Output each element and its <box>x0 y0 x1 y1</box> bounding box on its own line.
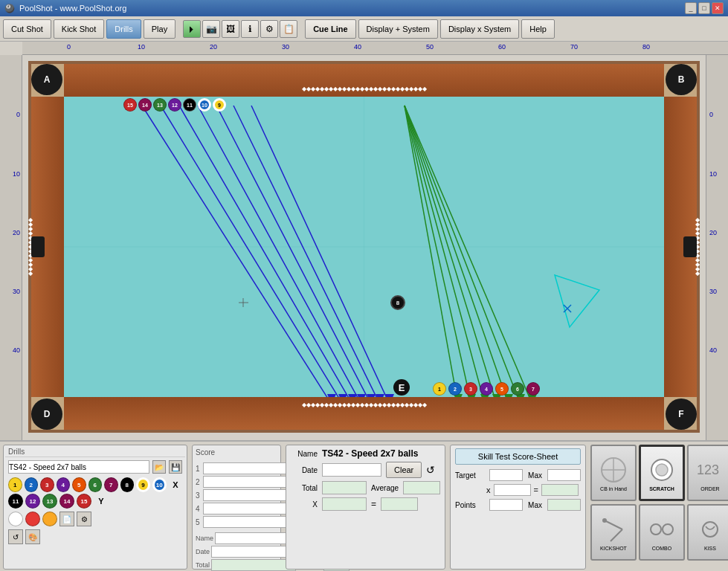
ball-13[interactable]: 13 <box>153 98 167 112</box>
axis-num-40: 40 <box>354 43 361 51</box>
total-input[interactable] <box>322 481 367 494</box>
svg-line-32 <box>564 305 571 312</box>
x-result[interactable] <box>381 497 418 511</box>
kickshot-icon <box>599 514 628 544</box>
ball-btn-12[interactable]: 12 <box>25 494 40 509</box>
score-input-2[interactable] <box>203 476 299 488</box>
refresh-date-icon[interactable]: ↺ <box>426 464 435 476</box>
ball-2[interactable]: 2 <box>448 382 462 396</box>
ball-btn-7[interactable]: 7 <box>104 477 118 492</box>
camera-icon[interactable]: 📷 <box>202 20 220 38</box>
x-mult-input[interactable] <box>494 484 531 496</box>
score-date-input[interactable] <box>211 546 296 558</box>
ball-btn-8[interactable]: 8 <box>120 477 135 492</box>
target-input[interactable] <box>489 469 523 481</box>
power-icon[interactable]: ⏵ <box>183 20 201 38</box>
ball-btn-red[interactable] <box>25 512 40 526</box>
export-icon[interactable]: 📋 <box>280 20 297 38</box>
settings-icon[interactable]: ⚙ <box>260 20 278 38</box>
ball-12[interactable]: 12 <box>168 98 181 112</box>
ball-4[interactable]: 4 <box>480 382 493 396</box>
cue-line-button[interactable]: Cue Line <box>305 19 355 39</box>
balls-icon[interactable]: ⚙ <box>77 512 91 526</box>
kiss-btn[interactable]: KISS <box>687 504 728 561</box>
svg-line-4 <box>161 106 343 397</box>
drills-save-icon[interactable]: 💾 <box>169 460 182 474</box>
points-label: Points <box>455 501 486 509</box>
rotate-icon[interactable]: ↺ <box>8 529 23 544</box>
ball-9[interactable]: 9 <box>213 98 226 112</box>
help-button[interactable]: Help <box>521 19 555 39</box>
maximize-button[interactable]: □ <box>698 2 710 14</box>
avg-display[interactable] <box>403 481 440 494</box>
x-result[interactable] <box>541 484 579 496</box>
close-button[interactable]: ✕ <box>712 2 724 14</box>
ball-8[interactable]: 8 <box>390 295 405 310</box>
drills-button[interactable]: Drills <box>106 19 141 39</box>
skill-test-button[interactable]: Skill Test Score-Sheet <box>455 448 581 465</box>
order-icon: 123 <box>695 455 725 485</box>
ball-btn-1[interactable]: 1 <box>8 477 22 492</box>
ball-btn-yellow[interactable] <box>42 512 57 526</box>
ball-1[interactable]: 1 <box>433 382 446 396</box>
svg-marker-9 <box>357 394 366 397</box>
ball-btn-9[interactable]: 9 <box>136 477 150 492</box>
score-input-1[interactable] <box>203 462 299 474</box>
felt[interactable]: 15 14 13 12 11 10 9 8 <box>64 97 664 397</box>
order-btn[interactable]: 123 ORDER <box>687 445 728 501</box>
ball-btn-cue[interactable] <box>8 512 23 526</box>
ball-5[interactable]: 5 <box>495 382 509 396</box>
color-icon[interactable]: 🎨 <box>25 529 40 544</box>
ball-btn-14[interactable]: 14 <box>59 494 74 509</box>
order-label: ORDER <box>700 486 719 491</box>
score-input-3[interactable] <box>203 489 299 501</box>
info-icon[interactable]: ℹ <box>241 20 259 38</box>
ball-7[interactable]: 7 <box>526 382 540 396</box>
ball-3[interactable]: 3 <box>464 382 477 396</box>
ball-10[interactable]: 10 <box>198 98 211 112</box>
ball-14[interactable]: 14 <box>138 98 152 112</box>
display-x-system-button[interactable]: Display x System <box>440 19 519 39</box>
score-total-input[interactable] <box>211 559 296 571</box>
drills-name-input[interactable] <box>8 460 149 474</box>
scratch-btn[interactable]: SCRATCH <box>639 445 685 501</box>
points-max[interactable] <box>547 499 581 511</box>
cb-in-hand-btn[interactable]: CB in Hand <box>590 445 637 501</box>
cut-shot-button[interactable]: Cut Shot <box>3 19 51 39</box>
svg-line-6 <box>179 106 352 397</box>
score-input-4[interactable] <box>203 503 299 514</box>
clear-date-button[interactable]: Clear <box>386 462 422 478</box>
ball-btn-4[interactable]: 4 <box>57 477 71 492</box>
table-area: 0 10 20 30 40 50 60 70 80 0 10 20 30 40 … <box>0 42 728 440</box>
max-input[interactable] <box>547 469 581 481</box>
corner-b-label: B <box>678 74 685 85</box>
display-plus-system-button[interactable]: Display + System <box>358 19 438 39</box>
ball-6[interactable]: 6 <box>511 382 524 396</box>
layout-icon[interactable]: 📄 <box>59 512 74 526</box>
play-button[interactable]: Play <box>144 19 175 39</box>
x-row-label: X <box>291 500 318 509</box>
ball-btn-3[interactable]: 3 <box>40 477 54 492</box>
minimize-button[interactable]: _ <box>685 2 697 14</box>
ball-btn-5[interactable]: 5 <box>72 477 86 492</box>
bottom-ball-cluster: 1 2 3 4 5 6 7 <box>433 382 540 396</box>
score-input-5[interactable] <box>203 516 299 528</box>
ball-btn-11[interactable]: 11 <box>8 494 23 509</box>
svg-point-48 <box>651 524 661 535</box>
ball-btn-10[interactable]: 10 <box>152 477 167 492</box>
date-input[interactable] <box>322 463 381 477</box>
kickshot-btn[interactable]: KICKSHOT <box>590 504 637 561</box>
ball-15[interactable]: 15 <box>123 98 137 112</box>
kick-shot-button[interactable]: Kick Shot <box>54 19 104 39</box>
combo-btn[interactable]: COMBO <box>639 504 685 561</box>
ball-btn-2[interactable]: 2 <box>25 477 39 492</box>
axis-num-80: 80 <box>642 43 650 51</box>
ball-btn-15[interactable]: 15 <box>77 494 91 509</box>
ball-btn-13[interactable]: 13 <box>42 494 57 509</box>
x-input[interactable] <box>322 497 367 511</box>
photo-icon[interactable]: 🖼 <box>222 20 239 38</box>
drills-open-icon[interactable]: 📂 <box>152 460 166 474</box>
ball-11[interactable]: 11 <box>183 98 196 112</box>
points-input[interactable] <box>489 499 523 511</box>
ball-btn-6[interactable]: 6 <box>88 477 103 492</box>
